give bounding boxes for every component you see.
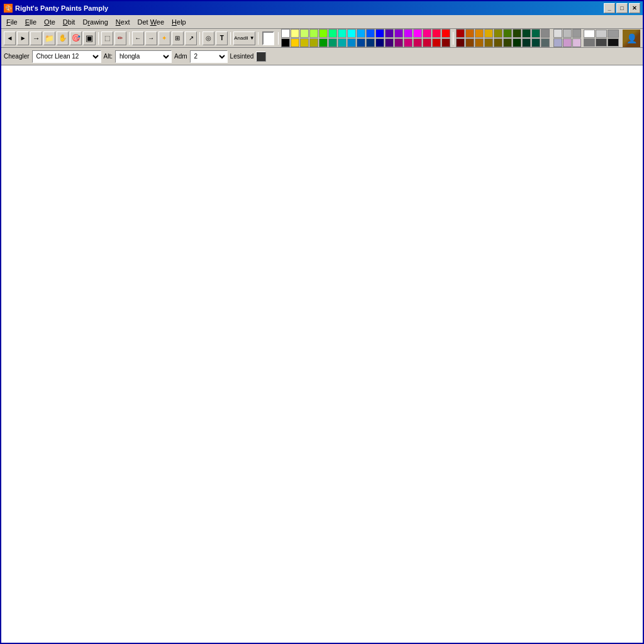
- color-swatch[interactable]: [541, 29, 550, 38]
- color-swatch[interactable]: [394, 29, 403, 38]
- color-swatch[interactable]: [503, 29, 512, 38]
- analytics-button[interactable]: Anadll ▼: [233, 31, 255, 45]
- color-swatch[interactable]: [441, 29, 450, 38]
- menu-file[interactable]: File: [3, 17, 21, 27]
- color-swatch[interactable]: [357, 29, 365, 38]
- color-swatch[interactable]: [563, 38, 572, 47]
- paint-button[interactable]: ✏: [114, 31, 126, 45]
- color-swatch[interactable]: [531, 38, 540, 47]
- color-swatch[interactable]: [456, 29, 465, 38]
- color-swatch[interactable]: [413, 38, 422, 47]
- color-swatch[interactable]: [366, 38, 375, 47]
- color-swatch[interactable]: [465, 38, 474, 47]
- forward-button[interactable]: ►: [17, 31, 29, 45]
- color-swatch[interactable]: [531, 29, 540, 38]
- color-swatch[interactable]: [385, 38, 394, 47]
- crop-button[interactable]: ▣: [83, 31, 95, 45]
- color-swatch[interactable]: [541, 38, 550, 47]
- color-swatch[interactable]: [572, 29, 581, 38]
- arrow-right2-button[interactable]: →: [145, 31, 157, 45]
- folder-button[interactable]: 📁: [43, 31, 55, 45]
- color-swatch[interactable]: [300, 38, 309, 47]
- color-swatch[interactable]: [584, 30, 595, 38]
- target-button[interactable]: 🎯: [70, 31, 82, 45]
- color-swatch[interactable]: [513, 38, 521, 47]
- color-swatch[interactable]: [484, 38, 493, 47]
- color-swatch[interactable]: [375, 38, 384, 47]
- color-swatch[interactable]: [465, 29, 474, 38]
- color-swatch[interactable]: [475, 38, 484, 47]
- minimize-button[interactable]: _: [604, 3, 615, 13]
- color-swatch[interactable]: [563, 29, 572, 38]
- color-swatch[interactable]: [375, 29, 384, 38]
- grid-button[interactable]: ⊞: [172, 31, 184, 45]
- color-swatch[interactable]: [319, 29, 328, 38]
- color-swatch[interactable]: [608, 30, 619, 38]
- color-swatch[interactable]: [404, 38, 413, 47]
- menu-help[interactable]: Help: [168, 17, 190, 27]
- color-swatch[interactable]: [475, 29, 484, 38]
- menu-ote[interactable]: Ote: [40, 17, 59, 27]
- color-swatch[interactable]: [584, 38, 595, 47]
- alt-select[interactable]: hlongla: [115, 50, 172, 63]
- color-swatch[interactable]: [494, 38, 502, 47]
- hand-button[interactable]: ✋: [57, 31, 69, 45]
- color-swatch[interactable]: [553, 38, 562, 47]
- color-swatch[interactable]: [338, 38, 347, 47]
- color-swatch[interactable]: [300, 29, 309, 38]
- color-swatch[interactable]: [494, 29, 502, 38]
- maximize-button[interactable]: □: [616, 3, 628, 13]
- color-swatch[interactable]: [596, 38, 607, 47]
- font-select[interactable]: Chocr Llean 12: [32, 50, 101, 63]
- menu-detwee[interactable]: Det Wee: [133, 17, 168, 27]
- color-swatch[interactable]: [385, 29, 394, 38]
- arrow-left2-button[interactable]: ←: [132, 31, 144, 45]
- color-swatch[interactable]: [328, 29, 337, 38]
- color-swatch[interactable]: [281, 38, 290, 47]
- color-swatch[interactable]: [357, 38, 365, 47]
- menu-dbit[interactable]: Dbit: [59, 17, 79, 27]
- color-swatch[interactable]: [456, 38, 465, 47]
- color-swatch[interactable]: [432, 29, 441, 38]
- color-swatch[interactable]: [553, 29, 562, 38]
- color-swatch[interactable]: [319, 38, 328, 47]
- color-swatch[interactable]: [328, 38, 337, 47]
- color-swatch[interactable]: [309, 29, 318, 38]
- color-swatch[interactable]: [522, 38, 531, 47]
- color-swatch[interactable]: [394, 38, 403, 47]
- magic-button[interactable]: ✦: [158, 31, 170, 45]
- color-swatch[interactable]: [281, 29, 290, 38]
- color-swatch[interactable]: [291, 29, 299, 38]
- menu-elle[interactable]: Elle: [21, 17, 40, 27]
- color-swatch[interactable]: [413, 29, 422, 38]
- cursor-button[interactable]: ↗: [185, 31, 197, 45]
- color-swatch[interactable]: [423, 38, 431, 47]
- lesinted-button[interactable]: [256, 52, 266, 62]
- back-button[interactable]: ◄: [4, 31, 16, 45]
- color-swatch[interactable]: [596, 30, 607, 38]
- color-swatch[interactable]: [608, 38, 619, 47]
- color-swatch[interactable]: [503, 38, 512, 47]
- drawing-canvas[interactable]: [1, 65, 643, 643]
- color-swatch[interactable]: [513, 29, 521, 38]
- color-swatch[interactable]: [404, 29, 413, 38]
- color-swatch[interactable]: [441, 38, 450, 47]
- close-button[interactable]: ✕: [629, 3, 640, 13]
- select-rect-button[interactable]: ⬚: [101, 31, 113, 45]
- color-swatch[interactable]: [347, 38, 356, 47]
- text-button[interactable]: T: [216, 31, 228, 45]
- stamp-button[interactable]: ◎: [203, 31, 214, 45]
- menu-drawing[interactable]: Drawing: [79, 17, 111, 27]
- adm-select[interactable]: 2: [190, 50, 228, 63]
- color-swatch[interactable]: [572, 38, 581, 47]
- color-swatch[interactable]: [291, 38, 299, 47]
- color-swatch[interactable]: [347, 29, 356, 38]
- color-swatch[interactable]: [522, 29, 531, 38]
- color-swatch[interactable]: [423, 29, 431, 38]
- color-swatch[interactable]: [309, 38, 318, 47]
- menu-next[interactable]: Next: [112, 17, 134, 27]
- next-arrow-button[interactable]: →: [30, 31, 42, 45]
- color-swatch[interactable]: [484, 29, 493, 38]
- color-swatch[interactable]: [366, 29, 375, 38]
- color-swatch[interactable]: [338, 29, 347, 38]
